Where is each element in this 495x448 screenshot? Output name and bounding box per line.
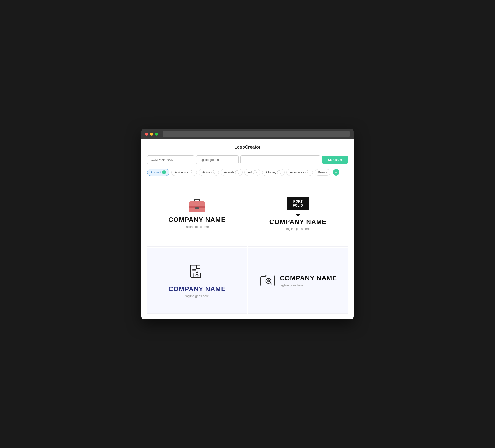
check-icon: ✓ — [277, 170, 281, 174]
category-label: Airline — [202, 171, 210, 174]
category-animals[interactable]: Animals ✓ — [221, 169, 243, 176]
browser-titlebar — [141, 129, 354, 139]
search-button[interactable]: SEARCH — [322, 156, 348, 164]
check-icon: ✓ — [253, 170, 257, 174]
logo-grid: COMPANY NAME tagline goes here PORT FOLI… — [147, 181, 348, 314]
browser-window: LogoCreator SEARCH Abstract ✓ Agricultur… — [141, 129, 354, 319]
category-art[interactable]: Art ✓ — [245, 169, 260, 176]
suitcase-icon — [189, 199, 205, 212]
portfolio-icon: PORT FOLIO — [287, 197, 309, 218]
app-title: LogoCreator — [147, 145, 348, 150]
category-agriculture[interactable]: Agriculture ✓ — [171, 169, 197, 176]
categories-bar: Abstract ✓ Agriculture ✓ Airline ✓ Anima… — [147, 169, 348, 176]
category-airline[interactable]: Airline ✓ — [199, 169, 219, 176]
category-label: Automotive — [290, 171, 304, 174]
category-label: Abstract — [151, 171, 161, 174]
logo-card-3[interactable]: COMPANY NAME tagline goes here — [147, 248, 247, 314]
url-bar[interactable] — [163, 131, 350, 137]
category-abstract[interactable]: Abstract ✓ — [147, 169, 169, 176]
category-label: Beauty — [318, 171, 327, 174]
logo-3-company-name: COMPANY NAME — [168, 285, 226, 293]
category-beauty[interactable]: Beauty — [315, 169, 330, 176]
logo-4-text-group: COMPANY NAME tagline goes here — [280, 274, 337, 287]
svg-point-9 — [268, 280, 269, 281]
check-icon: ✓ — [190, 170, 193, 174]
logo-2-tagline: tagline goes here — [286, 227, 310, 231]
category-label: Art — [248, 171, 251, 174]
category-label: Attorney — [266, 171, 276, 174]
category-label: Animals — [224, 171, 234, 174]
keyword-input[interactable] — [240, 155, 320, 164]
svg-point-7 — [267, 280, 270, 282]
logo-card-2[interactable]: PORT FOLIO COMPANY NAME tagline goes her… — [248, 181, 348, 247]
category-automotive[interactable]: Automotive ✓ — [286, 169, 313, 176]
svg-line-8 — [270, 283, 272, 285]
doc-upload-icon — [189, 264, 206, 281]
categories-next-button[interactable]: → — [333, 169, 339, 176]
logo-1-company-name: COMPANY NAME — [168, 216, 226, 224]
logo-1-tagline: tagline goes here — [185, 225, 209, 228]
logo-card-1[interactable]: COMPANY NAME tagline goes here — [147, 181, 247, 247]
check-icon: ✓ — [305, 170, 309, 174]
minimize-button[interactable] — [150, 133, 153, 136]
portfolio-text-line2: FOLIO — [291, 203, 305, 208]
maximize-button[interactable] — [155, 133, 158, 136]
check-icon: ✓ — [235, 170, 239, 174]
close-button[interactable] — [145, 133, 148, 136]
portfolio-text-line1: PORT — [291, 199, 305, 203]
category-attorney[interactable]: Attorney ✓ — [262, 169, 285, 176]
logo-4-tagline: tagline goes here — [280, 283, 337, 287]
check-icon: ✓ — [211, 170, 215, 174]
check-icon: ✓ — [162, 170, 166, 174]
logo-3-tagline: tagline goes here — [185, 294, 209, 298]
search-bar: SEARCH — [147, 155, 348, 164]
company-name-input[interactable] — [147, 155, 194, 164]
logo-card-4[interactable]: COMPANY NAME tagline goes here — [248, 248, 348, 314]
logo-4-company-name: COMPANY NAME — [280, 274, 337, 282]
category-label: Agriculture — [175, 171, 188, 174]
browser-content: LogoCreator SEARCH Abstract ✓ Agricultur… — [141, 139, 354, 319]
logo-2-company-name: COMPANY NAME — [269, 218, 327, 226]
folder-search-icon — [259, 272, 276, 290]
tagline-input[interactable] — [196, 155, 239, 164]
